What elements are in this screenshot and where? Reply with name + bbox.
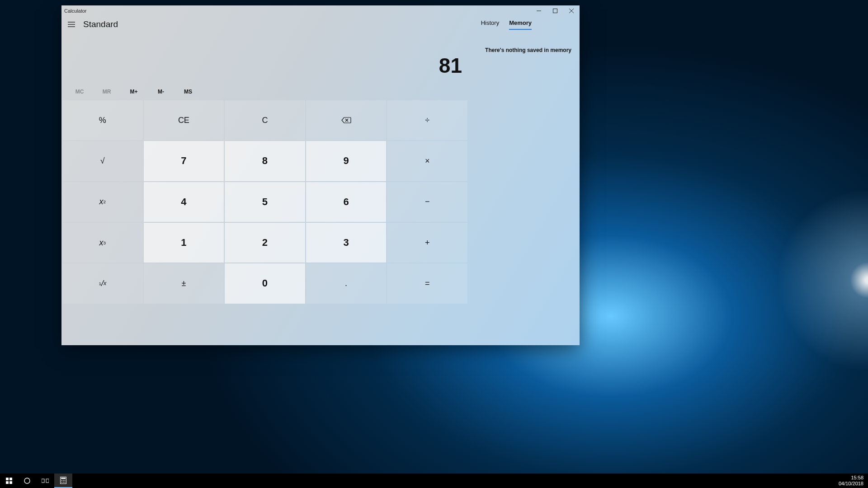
svg-rect-15 <box>46 479 49 483</box>
memory-empty-message: There's nothing saved in memory <box>485 47 571 53</box>
svg-rect-14 <box>42 479 44 483</box>
system-clock[interactable]: 15:58 04/10/2018 <box>834 475 868 487</box>
reciprocal-x: x <box>104 280 106 286</box>
task-view-icon <box>42 478 49 483</box>
minimize-button[interactable] <box>531 5 547 16</box>
header: Standard History Memory <box>61 16 580 31</box>
menu-button[interactable] <box>66 19 77 30</box>
digit-4-button[interactable]: 4 <box>144 182 224 222</box>
svg-point-23 <box>65 482 66 483</box>
svg-point-13 <box>24 478 30 483</box>
titlebar: Calculator <box>61 5 580 16</box>
taskbar: 15:58 04/10/2018 <box>0 474 868 488</box>
square-button[interactable]: x2 <box>62 182 143 222</box>
percent-button[interactable]: % <box>62 100 143 140</box>
clear-entry-button[interactable]: CE <box>144 100 224 140</box>
calculator-window: Calculator Standard History Memory There… <box>61 5 580 345</box>
clear-button[interactable]: C <box>225 100 305 140</box>
calculator-icon <box>60 477 66 484</box>
svg-point-22 <box>63 482 64 483</box>
digit-0-button[interactable]: 0 <box>225 263 305 303</box>
decimal-button[interactable]: . <box>306 263 387 303</box>
digit-1-button[interactable]: 1 <box>144 223 224 263</box>
hamburger-icon <box>68 22 75 27</box>
reciprocal-button[interactable]: 1/x <box>62 263 143 303</box>
backspace-icon <box>341 117 351 123</box>
digit-6-button[interactable]: 6 <box>306 182 387 222</box>
divide-button[interactable]: ÷ <box>387 100 467 140</box>
memory-subtract-button[interactable]: M- <box>147 86 175 98</box>
digit-8-button[interactable]: 8 <box>225 141 305 181</box>
multiply-button[interactable]: × <box>387 141 467 181</box>
subtract-button[interactable]: − <box>387 182 467 222</box>
digit-9-button[interactable]: 9 <box>306 141 387 181</box>
close-icon <box>569 9 574 13</box>
add-button[interactable]: + <box>387 223 467 263</box>
memory-add-button[interactable]: M+ <box>120 86 147 98</box>
svg-point-21 <box>61 482 62 483</box>
minimize-icon <box>537 9 541 13</box>
svg-rect-12 <box>9 481 12 484</box>
digit-7-button[interactable]: 7 <box>144 141 224 181</box>
svg-rect-11 <box>6 481 9 484</box>
close-button[interactable] <box>563 5 580 16</box>
cortana-button[interactable] <box>18 474 36 488</box>
digit-2-button[interactable]: 2 <box>225 223 305 263</box>
cube-button[interactable]: x3 <box>62 223 143 263</box>
maximize-button[interactable] <box>547 5 563 16</box>
window-title: Calculator <box>64 8 87 14</box>
memory-recall-button[interactable]: MR <box>93 86 120 98</box>
start-button[interactable] <box>0 474 18 488</box>
taskbar-app-calculator[interactable] <box>54 474 72 488</box>
svg-rect-10 <box>9 478 12 480</box>
tab-history[interactable]: History <box>481 19 499 30</box>
windows-icon <box>6 478 12 484</box>
backspace-button[interactable] <box>306 100 387 140</box>
display-value: 81 <box>61 31 580 84</box>
sqrt-button[interactable]: √ <box>62 141 143 181</box>
reciprocal-numerator: 1 <box>99 281 101 286</box>
tab-memory[interactable]: Memory <box>509 19 532 30</box>
svg-rect-17 <box>61 478 66 479</box>
mode-title: Standard <box>83 19 118 29</box>
memory-clear-button[interactable]: MC <box>66 86 93 98</box>
memory-store-button[interactable]: MS <box>175 86 202 98</box>
svg-rect-1 <box>553 9 557 13</box>
top-tabs: History Memory <box>481 19 575 30</box>
svg-point-19 <box>63 480 64 481</box>
svg-rect-9 <box>6 478 9 480</box>
clock-date: 04/10/2018 <box>839 481 863 487</box>
equals-button[interactable]: = <box>387 263 467 303</box>
svg-point-18 <box>61 480 62 481</box>
keypad: % CE C ÷ √ 7 8 9 × x2 4 5 6 − x3 1 2 3 +… <box>61 99 468 345</box>
negate-button[interactable]: ± <box>144 263 224 303</box>
task-view-button[interactable] <box>36 474 54 488</box>
svg-point-20 <box>65 480 66 481</box>
cortana-icon <box>24 478 30 484</box>
digit-5-button[interactable]: 5 <box>225 182 305 222</box>
digit-3-button[interactable]: 3 <box>306 223 387 263</box>
maximize-icon <box>553 9 557 13</box>
clock-time: 15:58 <box>839 475 863 481</box>
memory-row: MC MR M+ M- MS <box>61 84 468 99</box>
